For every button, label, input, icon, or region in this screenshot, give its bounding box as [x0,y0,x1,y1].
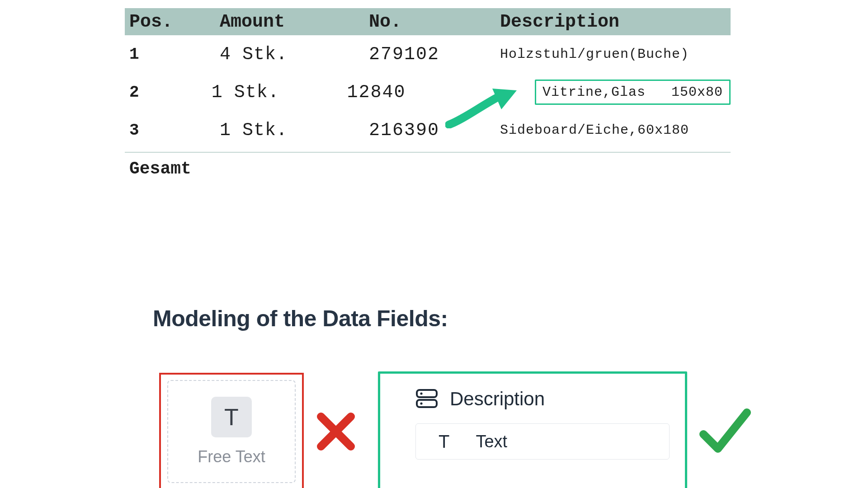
cross-icon [316,411,356,452]
wrong-field-card: T Free Text [159,373,304,488]
text-glyph-icon: T [439,432,449,452]
col-header-no: No. [369,12,500,32]
svg-rect-3 [417,390,437,397]
cell-no: 279102 [369,44,500,65]
text-glyph-tile: T [211,397,252,437]
arrow-icon [445,88,518,128]
modeling-cards-row: T Free Text [159,371,751,488]
highlight-box: Vitrine,Glas 150x80 [535,80,731,105]
text-glyph-icon: T [224,404,239,431]
cell-pos: 2 [129,83,212,102]
cell-amount: 4 Stk. [220,44,369,65]
group-icon [415,388,438,410]
cell-desc: Sideboard/Eiche,60x180 [500,122,731,138]
col-header-pos: Pos. [129,12,220,32]
col-header-amount: Amount [220,12,369,32]
svg-rect-4 [417,400,437,407]
table-header-row: Pos. Amount No. Description [125,8,731,35]
cell-desc: Holzstuhl/gruen(Buche) [500,47,731,62]
svg-point-5 [420,392,422,394]
section-title: Modeling of the Data Fields: [153,305,448,332]
wrong-field-card-inner: T Free Text [167,380,296,483]
cell-pos: 1 [129,45,220,64]
cell-amount: 1 Stk. [220,120,369,141]
text-field-chip: T Text [415,423,670,460]
correct-field-title: Description [450,388,545,410]
table-total-label: Gesamt [125,153,731,178]
cell-amount: 1 Stk. [212,82,347,103]
svg-point-6 [420,402,422,404]
correct-field-card: Description T Text [378,371,687,488]
cell-pos: 3 [129,121,220,140]
invoice-table: Pos. Amount No. Description 1 4 Stk. 279… [125,8,731,178]
wrong-field-label: Free Text [198,447,265,466]
col-header-desc: Description [500,12,731,32]
text-field-chip-label: Text [476,432,507,451]
check-icon [697,404,751,459]
correct-field-header: Description [415,388,667,410]
table-row: 2 1 Stk. 12840 Vitrine,Glas 150x80 [125,73,731,111]
